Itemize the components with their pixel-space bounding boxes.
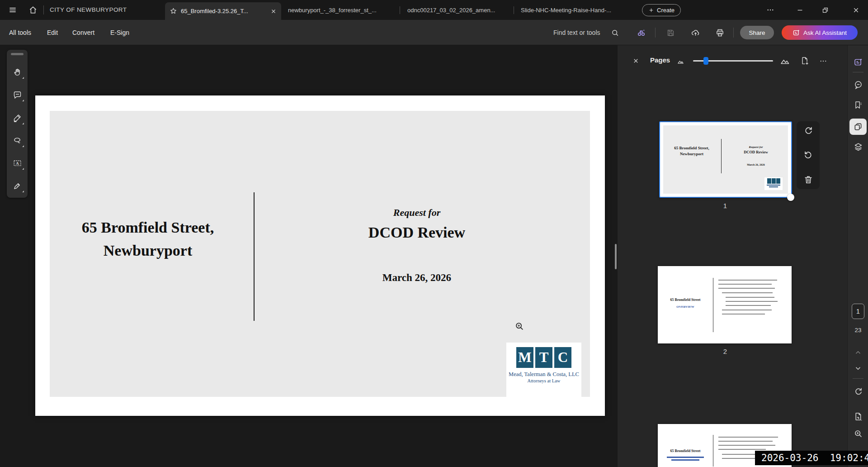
save-icon[interactable] (665, 27, 676, 38)
share-button-label: Share (749, 29, 765, 36)
star-icon[interactable] (170, 7, 177, 15)
zoom-cursor-icon (514, 321, 524, 331)
thumbnail-smaller-icon[interactable] (675, 57, 686, 66)
pdf-page[interactable]: 65 Bromfield Street, Newburyport Request… (35, 95, 605, 416)
pages-panel: Pages 65 Bromfield Street, Newburyport R… (618, 45, 847, 467)
tab-newburyport[interactable]: newburyport_-_38_forrester_st_... (288, 0, 377, 20)
window-restore-icon[interactable] (820, 5, 830, 14)
tab-divider (514, 6, 514, 14)
current-page-input[interactable]: 1 (852, 304, 864, 319)
thumbnail-larger-icon[interactable] (778, 55, 791, 66)
previous-page-icon[interactable] (849, 344, 868, 361)
rotate-clockwise-icon[interactable] (803, 126, 813, 136)
print-icon[interactable] (714, 27, 726, 38)
marquee-zoom-icon[interactable] (849, 425, 868, 442)
comments-panel-icon[interactable] (849, 76, 868, 93)
logo-letter-m: M (516, 347, 533, 368)
titlebar-divider (43, 5, 44, 14)
thumb2-divider-line (713, 278, 713, 332)
thumb3-title: 65 Bromfield Street (660, 449, 710, 453)
create-button-label: Create (657, 7, 675, 14)
next-page-icon[interactable] (849, 360, 868, 376)
layers-panel-icon[interactable] (849, 138, 868, 155)
rail-drag-handle[interactable] (11, 53, 24, 55)
total-pages-label: 23 (848, 327, 868, 334)
ai-binoculars-icon[interactable] (635, 27, 647, 38)
thumb1-date: March 26, 2026 (729, 163, 783, 166)
thumb2-title: 65 Bromfield Street (660, 298, 710, 302)
toolbar-divider (733, 28, 734, 38)
tab-close-icon[interactable] (270, 8, 277, 14)
logo-firm-name: Mead, Talerman & Costa, LLC (506, 371, 581, 378)
plus-icon (648, 7, 654, 13)
rail-divider (853, 72, 863, 72)
page-thumbnails-panel-icon-active[interactable] (849, 119, 867, 135)
comment-tool[interactable] (9, 86, 25, 103)
menu-all-tools[interactable]: All tools (9, 20, 31, 45)
thumbnail-size-slider-knob[interactable] (703, 57, 708, 65)
slide-1: 65 Bromfield Street, Newburyport Request… (50, 111, 590, 397)
thumb1-title: 65 Bromfield Street, Newburyport (664, 145, 719, 157)
svg-text:A: A (16, 161, 19, 166)
acrobat-window: CITY OF NEWBURYPORT 65_Bromfiled-3.25.26… (0, 0, 868, 467)
insert-page-icon[interactable] (798, 55, 811, 67)
search-icon[interactable] (609, 28, 620, 38)
main-toolbar: All tools Edit Convert E-Sign Find text … (0, 20, 868, 45)
logo-tagline: Attorneys at Law (506, 378, 581, 383)
thumb1-logo (764, 177, 783, 190)
thumb1-slide: 65 Bromfield Street, Newburyport Request… (663, 125, 788, 194)
bookmarks-panel-icon[interactable] (849, 97, 868, 113)
thumb3-divider-line (713, 435, 713, 467)
draw-pen-tool[interactable] (9, 110, 25, 126)
home-icon[interactable] (28, 5, 38, 15)
hamburger-menu-icon[interactable] (7, 5, 18, 15)
share-button[interactable]: Share (740, 26, 774, 39)
thumb1-kicker: Request for (729, 145, 783, 148)
ask-ai-assistant-button[interactable]: Ask AI Assistant (782, 25, 858, 40)
toolbar-divider (655, 28, 656, 38)
thumbnail-actions (797, 121, 820, 189)
thumb2-subtitle: OVERVIEW (660, 305, 710, 309)
fill-sign-tool[interactable] (9, 177, 25, 194)
mtc-logo-letters: M T C (506, 343, 581, 368)
ai-assistant-panel-icon[interactable] (849, 54, 868, 70)
rotate-counterclockwise-icon[interactable] (803, 150, 813, 160)
hand-tool[interactable] (9, 64, 25, 80)
page-view-options-icon[interactable] (849, 408, 868, 424)
page-1-label: 1 (716, 202, 734, 210)
logo-letter-t: T (535, 347, 552, 368)
thumbnail-resize-handle[interactable] (787, 194, 794, 201)
menu-convert[interactable]: Convert (72, 20, 94, 45)
logo-letter-c: C (554, 347, 571, 368)
cloud-upload-icon[interactable] (689, 27, 701, 38)
tab-slide-nhc[interactable]: Slide-NHC-Meeting-Raise-Hand-... (521, 0, 611, 20)
window-close-icon[interactable] (851, 5, 861, 14)
slide-title: 65 Bromfield Street, Newburyport (57, 216, 238, 262)
document-viewer: A 65 Bromfield Street, Newburyport Reque… (0, 45, 618, 467)
page-thumbnail-1[interactable]: 65 Bromfield Street, Newburyport Request… (659, 121, 792, 198)
slide-subject: DCOD Review (326, 224, 507, 241)
tab-active-document[interactable]: 65_Bromfiled-3.25.26_T... (165, 2, 281, 20)
panel-close-icon[interactable] (630, 56, 641, 66)
tab-active-title: 65_Bromfiled-3.25.26_T... (181, 8, 248, 14)
page-thumbnail-2[interactable]: 65 Bromfield Street OVERVIEW (658, 266, 792, 343)
create-button[interactable]: Create (642, 4, 681, 16)
tab-odnc[interactable]: odnc00217_03_02_2026_amen... (407, 0, 495, 20)
window-more-icon[interactable] (765, 6, 776, 14)
menu-esign[interactable]: E-Sign (110, 20, 129, 45)
edit-text-tool[interactable]: A (9, 155, 25, 171)
panel-more-options-icon[interactable] (817, 57, 829, 66)
ai-assistant-badge-icon (793, 29, 800, 37)
find-text-label[interactable]: Find text or tools (553, 20, 600, 45)
slide-title-line1: 65 Bromfield Street, (57, 216, 238, 239)
delete-page-icon[interactable] (803, 175, 813, 185)
rotate-page-icon[interactable] (849, 383, 868, 400)
viewer-scrollbar[interactable] (615, 244, 617, 269)
menu-edit[interactable]: Edit (47, 20, 58, 45)
document-group-label: CITY OF NEWBURYPORT (50, 6, 127, 13)
ask-ai-assistant-label: Ask AI Assistant (803, 29, 847, 36)
rail-divider (853, 378, 863, 379)
thumb1-subject: DCOD Review (729, 150, 783, 154)
window-minimize-icon[interactable] (795, 6, 805, 14)
lasso-tool[interactable] (9, 132, 25, 148)
